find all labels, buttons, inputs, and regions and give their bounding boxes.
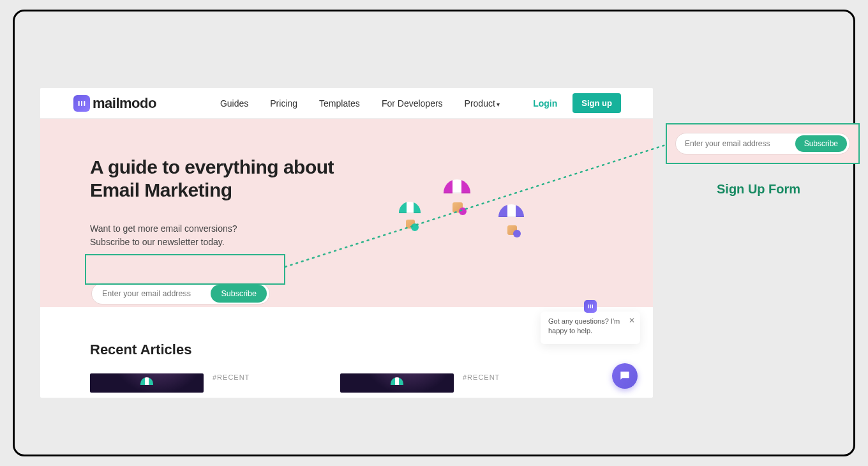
subscribe-form: Subscribe <box>91 283 270 304</box>
nav-guides[interactable]: Guides <box>220 98 248 109</box>
brand-name: mailmodo <box>93 95 156 112</box>
svg-rect-2 <box>84 101 85 106</box>
svg-rect-5 <box>592 304 594 308</box>
nav-pricing[interactable]: Pricing <box>270 98 297 109</box>
subscribe-button-callout[interactable]: Subscribe <box>795 135 847 152</box>
svg-rect-1 <box>81 101 82 106</box>
article-cards: #RECENT #RECENT <box>90 373 653 393</box>
svg-rect-4 <box>590 304 591 308</box>
highlight-box-main <box>85 254 285 285</box>
callout-box: Subscribe <box>666 123 860 164</box>
signup-button[interactable]: Sign up <box>572 93 621 113</box>
nav-actions: Login Sign up <box>533 93 621 113</box>
chat-logo-icon <box>584 300 597 313</box>
parachute-icon <box>498 204 525 236</box>
article-thumbnail <box>90 373 204 393</box>
chat-prompt-text: Got any questions? I'm happy to help. <box>548 317 632 336</box>
hero-sub-line1: Want to get more email conversions? <box>90 222 653 236</box>
nav-templates[interactable]: Templates <box>319 98 360 109</box>
article-card[interactable]: #RECENT <box>90 373 326 393</box>
chevron-down-icon: ▾ <box>497 101 500 108</box>
chat-prompt-bubble: ✕ Got any questions? I'm happy to help. <box>541 312 640 344</box>
svg-rect-3 <box>588 304 589 308</box>
subscribe-button[interactable]: Subscribe <box>211 285 267 303</box>
close-icon[interactable]: ✕ <box>629 315 635 326</box>
email-input[interactable] <box>102 289 211 298</box>
article-tag: #RECENT <box>213 373 250 381</box>
login-link[interactable]: Login <box>533 98 557 109</box>
hero-title: A guide to everything about Email Market… <box>90 156 345 202</box>
svg-rect-0 <box>79 101 80 106</box>
article-tag: #RECENT <box>463 373 500 381</box>
chat-launcher-button[interactable] <box>612 363 638 389</box>
callout-label: Sign Up Form <box>717 182 800 197</box>
logo-icon <box>73 95 90 112</box>
email-input-callout[interactable] <box>685 139 795 148</box>
website-screenshot: mailmodo Guides Pricing Templates For De… <box>40 88 653 398</box>
hero-subtitle: Want to get more email conversions? Subs… <box>90 222 653 249</box>
parachute-icon <box>399 202 422 234</box>
recent-heading: Recent Articles <box>90 342 653 358</box>
top-nav: mailmodo Guides Pricing Templates For De… <box>40 88 653 119</box>
nav-product[interactable]: Product▾ <box>465 98 500 109</box>
chat-icon <box>618 370 631 382</box>
article-card[interactable]: #RECENT <box>340 373 576 393</box>
parachute-icon <box>444 179 472 211</box>
nav-product-label: Product <box>465 98 495 109</box>
annotated-canvas: mailmodo Guides Pricing Templates For De… <box>13 10 855 456</box>
nav-developers[interactable]: For Developers <box>382 98 443 109</box>
brand-logo[interactable]: mailmodo <box>73 95 156 112</box>
hero-sub-line2: Subscribe to our newsletter today. <box>90 236 653 249</box>
subscribe-form-callout: Subscribe <box>675 133 850 154</box>
article-thumbnail <box>340 373 454 393</box>
nav-links: Guides Pricing Templates For Developers … <box>220 98 500 109</box>
